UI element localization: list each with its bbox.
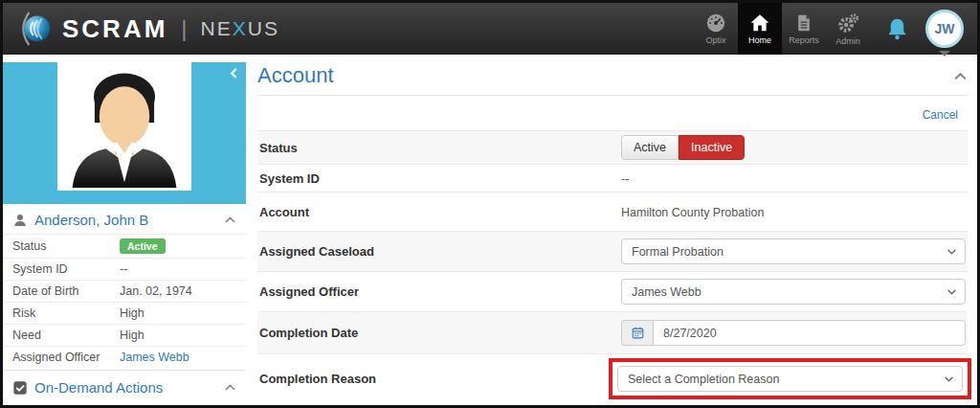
nav-label-optix: Optix (705, 35, 725, 45)
form-row-assigned-caseload: Assigned Caseload Formal Probation (257, 231, 968, 271)
completion-reason-select[interactable]: Select a Completion Reason (617, 366, 963, 392)
form-row-account: Account Hamilton County Probation (257, 192, 968, 231)
assigned-officer-link[interactable]: James Webb (120, 351, 189, 364)
navbar-menu: Optix Home Reports (694, 3, 971, 55)
detail-label: System ID (12, 262, 120, 276)
calendar-icon[interactable] (621, 320, 653, 346)
panel-collapse-chevron-up-icon[interactable] (953, 69, 968, 83)
chevron-up-icon[interactable] (224, 381, 236, 394)
status-active-button[interactable]: Active (621, 135, 679, 160)
top-navbar: SCRAM | NEXUS Optix (3, 3, 977, 55)
detail-value: Jan. 02, 1974 (120, 284, 192, 298)
detail-row-risk: Risk High (3, 302, 246, 324)
nav-item-optix[interactable]: Optix (694, 3, 738, 55)
account-value: Hamilton County Probation (621, 206, 764, 219)
form-row-assigned-officer: Assigned Officer James Webb (257, 271, 968, 311)
form-row-status: Status Active Inactive (257, 130, 968, 164)
status-badge: Active (120, 238, 166, 254)
completion-reason-label: Completion Reason (257, 372, 621, 386)
status-label: Status (257, 141, 621, 155)
detail-row-status: Status Active (3, 234, 246, 258)
user-avatar[interactable]: JW (925, 10, 964, 48)
completion-date-input[interactable] (653, 320, 966, 346)
gears-icon (837, 12, 859, 34)
form-row-system-id: System ID -- (257, 164, 968, 192)
person-icon (12, 213, 28, 228)
detail-value: High (120, 329, 145, 342)
save-row: Save Changes (257, 403, 968, 405)
assigned-officer-label: Assigned Officer (257, 284, 621, 299)
form-row-completion-date: Completion Date (257, 311, 968, 353)
home-icon (749, 12, 770, 34)
detail-row-assigned-officer: Assigned Officer James Webb (3, 346, 246, 368)
brand-scram-text: SCRAM (62, 14, 167, 44)
nav-item-reports[interactable]: Reports (782, 3, 826, 55)
user-avatar-wrap: JW (925, 3, 964, 55)
cancel-row: Cancel (257, 96, 968, 130)
detail-label: Date of Birth (12, 284, 120, 298)
page-title: Account (257, 63, 334, 88)
client-sidebar: Anderson, John B Status Active System ID… (3, 55, 246, 405)
detail-label: Assigned Officer (12, 351, 120, 364)
sidebar-photo-panel (3, 62, 246, 204)
scram-swoosh-icon (18, 11, 53, 46)
brand-nexus-text: NEXUS (201, 17, 279, 40)
form-row-completion-reason: Completion Reason Select a Completion Re… (257, 353, 968, 403)
assigned-caseload-select[interactable]: Formal Probation (621, 238, 966, 264)
status-toggle-group: Active Inactive (621, 135, 745, 160)
detail-label: Status (12, 239, 120, 253)
completion-date-label: Completion Date (257, 326, 621, 340)
status-inactive-button[interactable]: Inactive (679, 135, 745, 160)
chevron-up-icon[interactable] (224, 214, 236, 226)
detail-row-system-id: System ID -- (3, 258, 246, 280)
brand-separator: | (177, 15, 190, 42)
account-panel-header: Account (257, 55, 968, 88)
nav-label-home: Home (748, 35, 771, 45)
detail-label: Risk (12, 306, 120, 320)
on-demand-actions-title[interactable]: On-Demand Actions (34, 379, 217, 396)
account-panel: Account Cancel Status Active Inactive (246, 55, 977, 405)
on-demand-actions-header: On-Demand Actions (3, 370, 246, 402)
assigned-caseload-label: Assigned Caseload (257, 244, 621, 259)
avatar-initials: JW (935, 21, 955, 36)
detail-row-need: Need High (3, 324, 246, 346)
nav-item-home[interactable]: Home (738, 3, 782, 55)
sidebar-collapse-chevron-left-icon[interactable] (228, 67, 240, 79)
notifications-bell-icon[interactable] (876, 3, 918, 55)
cancel-link[interactable]: Cancel (923, 108, 958, 122)
nav-label-reports: Reports (789, 35, 819, 45)
app-window: SCRAM | NEXUS Optix (0, 0, 980, 408)
gauge-icon (705, 12, 726, 34)
detail-label: Need (12, 329, 120, 342)
system-id-label: System ID (257, 171, 621, 186)
account-label: Account (257, 205, 621, 219)
brand-logo[interactable]: SCRAM | NEXUS (18, 11, 279, 46)
detail-row-date-of-birth: Date of Birth Jan. 02, 1974 (3, 280, 246, 302)
assigned-officer-select[interactable]: James Webb (621, 279, 966, 305)
detail-value: -- (120, 262, 127, 276)
nav-item-admin[interactable]: Admin (826, 3, 870, 55)
client-name[interactable]: Anderson, John B (34, 212, 217, 228)
detail-value: High (120, 306, 145, 320)
red-annotation-box: Select a Completion Reason (609, 358, 971, 399)
system-id-value: -- (621, 172, 629, 186)
checked-checkbox-icon (12, 380, 28, 396)
caret-down-icon (939, 51, 950, 57)
document-icon (794, 12, 813, 34)
client-photo-placeholder (59, 62, 189, 189)
client-name-header: Anderson, John B (3, 204, 246, 234)
nav-label-admin: Admin (835, 36, 860, 46)
action-record-drug-test[interactable]: Record a Drug Test (3, 402, 246, 405)
